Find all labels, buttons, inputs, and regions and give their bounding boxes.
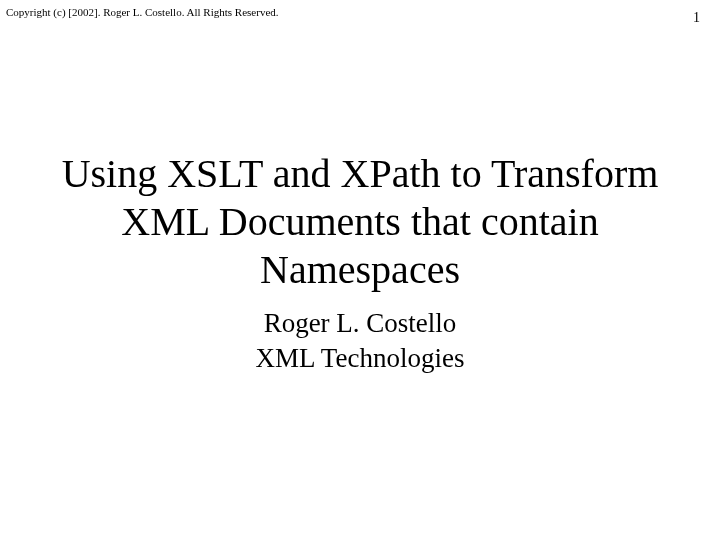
slide-content: Using XSLT and XPath to Transform XML Do… [0, 150, 720, 376]
page-number: 1 [693, 10, 700, 26]
slide-title: Using XSLT and XPath to Transform XML Do… [0, 150, 720, 294]
organization-name: XML Technologies [0, 341, 720, 376]
copyright-notice: Copyright (c) [2002]. Roger L. Costello.… [6, 6, 279, 18]
author-name: Roger L. Costello [0, 306, 720, 341]
